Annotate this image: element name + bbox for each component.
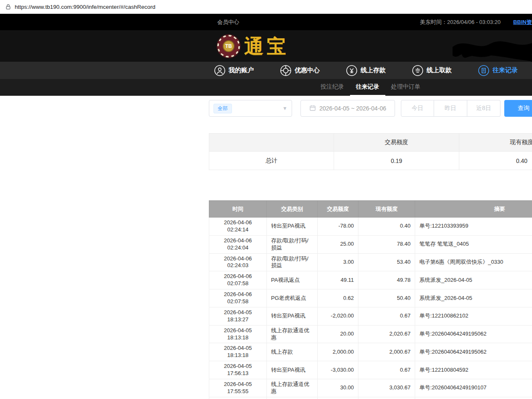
site-header: TB 通宝 [0,30,532,62]
transactions-table: 时间 交易类别 交易额度 现有额度 摘要 2026-04-06 02:24:14… [209,200,532,399]
summary-total-label: 总计 [209,152,334,170]
logo-chip-badge: TB [223,40,234,52]
table-cell: 0.62 [318,289,358,307]
table-cell: -2,020.00 [318,307,358,325]
table-cell: 50.40 [358,289,415,307]
table-cell: 2026-04-05 17:55:55 [209,379,267,397]
table-row: 2026-04-06 02:24:04存款/取款/打码/损益25.0078.40… [209,235,532,253]
nav-item-transaction-records[interactable]: 往来记录 [478,65,518,76]
table-row: 2026-04-06 02:07:58PA视讯返点49.1149.78系统派发_… [209,271,532,289]
tab-betting-records[interactable]: 投注纪录 [315,79,350,96]
type-select-value: 全部 [213,104,232,113]
table-cell: 2026-04-06 02:07:58 [209,289,267,307]
table-cell: 2026-04-06 02:24:14 [209,218,267,236]
nav-item-label: 优惠中心 [295,66,320,74]
top-utility-bar: 会员中心 美东时间：2026/04/06 - 03:03:20 BBIN资 [0,14,532,30]
table-cell: 3,000.00 [318,397,358,399]
table-cell: PG老虎机返点 [267,289,318,307]
table-cell: 单号:122100804592 [415,361,532,379]
table-cell: 3,030.67 [358,379,415,397]
table-cell: 存款/取款/打码/损益 [267,253,318,271]
summary-table: 交易额度 现有额度 总计 0.19 0.40 [209,133,532,170]
table-cell: 49.78 [358,271,415,289]
table-cell: 2026-04-06 02:24:04 [209,235,267,253]
member-center-link[interactable]: 会员中心 [217,18,239,26]
table-cell: PA视讯返点 [267,271,318,289]
main-navigation: 我的账户 优惠中心 线上存款 [0,62,532,79]
site-logo[interactable]: TB 通宝 [217,35,290,58]
table-row: 2026-04-05 18:13:18线上存款2,000.002,000.67单… [209,343,532,361]
url-text[interactable]: https://www.tb190.com:9900/infe/mcenter/… [15,4,155,10]
logo-chip-icon: TB [217,35,240,58]
table-cell: 0.67 [358,307,415,325]
table-cell: 线上存款 [267,343,318,361]
table-cell: 2026-04-06 02:07:58 [209,271,267,289]
yesterday-button[interactable]: 昨日 [434,100,467,117]
deposit-coin-icon [346,65,357,76]
search-button[interactable]: 查询 [504,100,532,117]
logo-wordmark: 通宝 [244,37,290,56]
table-cell: 2026-04-06 02:24:03 [209,253,267,271]
table-cell: -78.00 [318,218,358,236]
nav-item-promotions[interactable]: 优惠中心 [280,65,320,76]
table-row: 2026-04-05 18:13:27转出至PA视讯-2,020.000.67单… [209,307,532,325]
content-area: 全部 ▼ 2026-04-05 ~ 2026-04-06 今日 昨日 近8日 查… [209,100,532,399]
bbin-link[interactable]: BBIN资 [513,18,532,26]
table-cell: 2,000.67 [358,343,415,361]
nav-item-label: 线上取款 [427,66,452,74]
tab-processing-orders[interactable]: 处理中订单 [385,79,427,96]
table-cell: 笔笔存 笔笔送_0405 [415,235,532,253]
table-cell: 单号:202604064249190107 [415,379,532,397]
type-select[interactable]: 全部 ▼ [209,100,292,117]
table-cell: 单号:122103393959 [415,218,532,236]
table-cell: 2026-04-05 18:13:18 [209,343,267,361]
table-cell: 存款/取款/打码/损益 [267,235,318,253]
filter-row: 全部 ▼ 2026-04-05 ~ 2026-04-06 今日 昨日 近8日 查… [209,100,532,117]
today-button[interactable]: 今日 [401,100,434,117]
us-eastern-time-label: 美东时间：2026/04/06 - 03:03:20 [420,18,500,26]
nav-item-label: 往来记录 [492,66,518,74]
table-cell: 转出至PA视讯 [267,307,318,325]
table-cell: 转出至PA视讯 [267,361,318,379]
table-cell: 转出至PA视讯 [267,218,318,236]
summary-transaction-total: 0.19 [334,152,459,170]
table-cell: 单号:122100862102 [415,307,532,325]
last8days-button[interactable]: 近8日 [467,100,500,117]
nav-item-my-account[interactable]: 我的账户 [214,65,254,76]
table-row: 2026-04-05 17:55:55线上存款3,000.003,000.67单… [209,397,532,399]
redaction-scribble [453,39,532,63]
nav-item-label: 我的账户 [229,66,254,74]
calendar-icon [309,105,316,113]
table-cell: 25.00 [318,235,358,253]
records-icon [478,65,489,76]
date-range-input[interactable]: 2026-04-05 ~ 2026-04-06 [300,100,395,117]
lock-icon [5,4,11,10]
table-cell: 2026-04-05 17:56:13 [209,361,267,379]
table-cell: 系统派发_2026-04-05 [415,289,532,307]
chevron-down-icon: ▼ [282,105,287,111]
table-row: 2026-04-05 18:13:18线上存款通道优惠20.002,020.67… [209,325,532,343]
table-cell: 2,020.67 [358,325,415,343]
table-cell: 2,000.00 [318,343,358,361]
table-cell: 线上存款通道优惠 [267,325,318,343]
table-row: 2026-04-05 17:55:55线上存款通道优惠30.003,030.67… [209,379,532,397]
summary-header-transaction: 交易额度 [334,134,459,152]
table-row: 2026-04-06 02:24:14转出至PA视讯-78.000.40单号:1… [209,218,532,236]
withdraw-coin-icon [412,65,423,76]
summary-header-balance: 现有额度 [459,134,532,152]
summary-row: 总计 0.19 0.40 [209,152,532,170]
column-header-summary: 摘要 [415,201,532,218]
table-cell: 单号:202604064249190107 [415,397,532,399]
browser-address-bar[interactable]: https://www.tb190.com:9900/infe/mcenter/… [0,0,532,14]
table-cell: 单号:202604064249195062 [415,343,532,361]
nav-item-deposit[interactable]: 线上存款 [346,65,386,76]
column-header-type: 交易类别 [267,201,318,218]
column-header-balance: 现有额度 [358,201,415,218]
tab-transaction-records[interactable]: 往来记录 [350,79,385,96]
table-cell: 2026-04-05 18:13:18 [209,325,267,343]
table-cell: 电子第6惠《周周双倍快乐》_0330 [415,253,532,271]
table-cell: -3,030.00 [318,361,358,379]
summary-header-empty [209,134,334,152]
column-header-amount: 交易额度 [318,201,358,218]
nav-item-withdraw[interactable]: 线上取款 [412,65,452,76]
